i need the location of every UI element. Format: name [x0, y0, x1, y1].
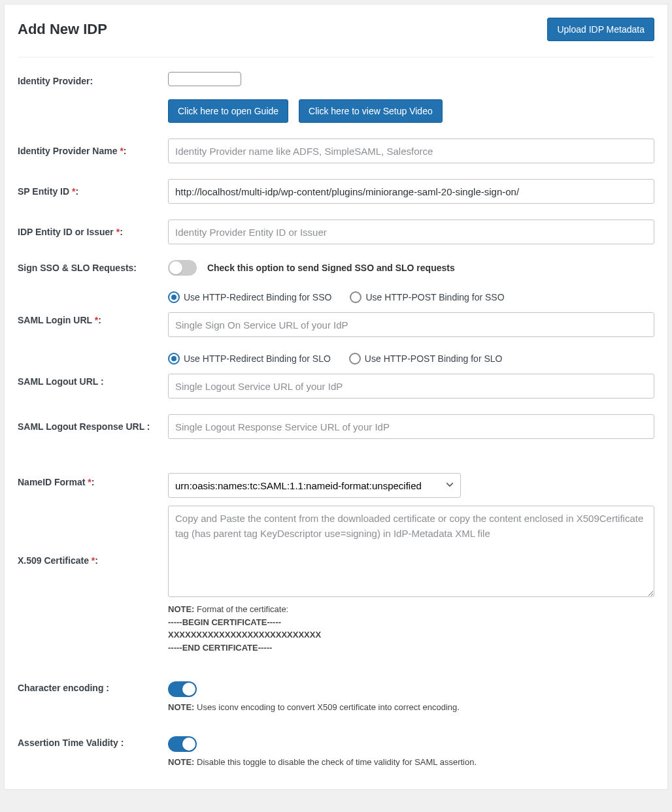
- row-sp-entity: SP Entity ID *:: [18, 171, 654, 212]
- label-char-encoding: Character encoding :: [18, 681, 168, 693]
- sso-post-radio[interactable]: Use HTTP-POST Binding for SSO: [350, 291, 504, 303]
- open-guide-button[interactable]: Click here to open Guide: [168, 99, 288, 123]
- label-login-url: SAML Login URL *:: [18, 291, 168, 325]
- logout-url-input[interactable]: [168, 374, 654, 398]
- label-nameid: NameID Format *:: [18, 473, 168, 487]
- label-sp-entity: SP Entity ID *:: [18, 186, 168, 197]
- sign-requests-text: Check this option to send Signed SSO and…: [207, 263, 455, 273]
- label-idp-entity: IDP Entity ID or Issuer *:: [18, 227, 168, 237]
- cert-textarea[interactable]: [168, 506, 654, 597]
- row-assertion: Assertion Time Validity : NOTE: Disable …: [18, 722, 654, 777]
- row-logout-url: SAML Logout URL : Use HTTP-Redirect Bind…: [18, 345, 654, 406]
- logout-response-input[interactable]: [168, 414, 654, 439]
- char-encoding-note: NOTE: Uses iconv encoding to convert X50…: [168, 701, 654, 714]
- radio-icon: [168, 291, 180, 303]
- idp-entity-input[interactable]: [168, 219, 654, 244]
- upload-metadata-button[interactable]: Upload IDP Metadata: [547, 18, 654, 41]
- idp-name-input[interactable]: [168, 138, 654, 163]
- page-title: Add New IDP: [18, 21, 107, 38]
- header: Add New IDP Upload IDP Metadata: [18, 18, 654, 57]
- radio-icon: [350, 291, 361, 303]
- login-url-input[interactable]: [168, 312, 654, 337]
- row-char-encoding: Character encoding : NOTE: Uses iconv en…: [18, 662, 654, 722]
- slo-post-radio[interactable]: Use HTTP-POST Binding for SLO: [349, 353, 503, 365]
- add-idp-card: Add New IDP Upload IDP Metadata Identity…: [4, 4, 668, 790]
- sign-requests-toggle[interactable]: [168, 260, 197, 276]
- identity-provider-input[interactable]: [168, 72, 241, 86]
- label-logout-url: SAML Logout URL :: [18, 353, 168, 387]
- assertion-toggle[interactable]: [168, 736, 197, 752]
- cert-note: NOTE: Format of the certificate: -----BE…: [168, 603, 654, 654]
- row-logout-response: SAML Logout Response URL :: [18, 406, 654, 447]
- view-setup-video-button[interactable]: Click here to view Setup Video: [299, 99, 443, 123]
- slo-redirect-radio[interactable]: Use HTTP-Redirect Binding for SLO: [168, 353, 331, 365]
- assertion-note: NOTE: Disable this toggle to disable the…: [168, 756, 654, 769]
- row-idp-name: Identity Provider Name *:: [18, 131, 654, 171]
- row-login-url: SAML Login URL *: Use HTTP-Redirect Bind…: [18, 284, 654, 345]
- char-encoding-toggle[interactable]: [168, 681, 197, 697]
- sp-entity-input[interactable]: [168, 179, 654, 204]
- row-identity-provider: Identity Provider: Click here to open Gu…: [18, 64, 654, 131]
- row-nameid: NameID Format *: urn:oasis:names:tc:SAML…: [18, 447, 654, 506]
- radio-icon: [349, 353, 361, 365]
- label-assertion: Assertion Time Validity :: [18, 736, 168, 748]
- label-idp-name: Identity Provider Name *:: [18, 146, 168, 156]
- nameid-select[interactable]: urn:oasis:names:tc:SAML:1.1:nameid-forma…: [168, 473, 461, 498]
- radio-icon: [168, 353, 180, 365]
- label-sign-requests: Sign SSO & SLO Requests:: [18, 263, 168, 273]
- label-identity-provider: Identity Provider:: [18, 72, 168, 86]
- label-logout-response: SAML Logout Response URL :: [18, 421, 168, 432]
- row-sign-requests: Sign SSO & SLO Requests: Check this opti…: [18, 252, 654, 284]
- sso-redirect-radio[interactable]: Use HTTP-Redirect Binding for SSO: [168, 291, 331, 303]
- row-cert: X.509 Certificate *: NOTE: Format of the…: [18, 506, 654, 662]
- label-cert: X.509 Certificate *:: [18, 506, 168, 566]
- row-idp-entity: IDP Entity ID or Issuer *:: [18, 212, 654, 252]
